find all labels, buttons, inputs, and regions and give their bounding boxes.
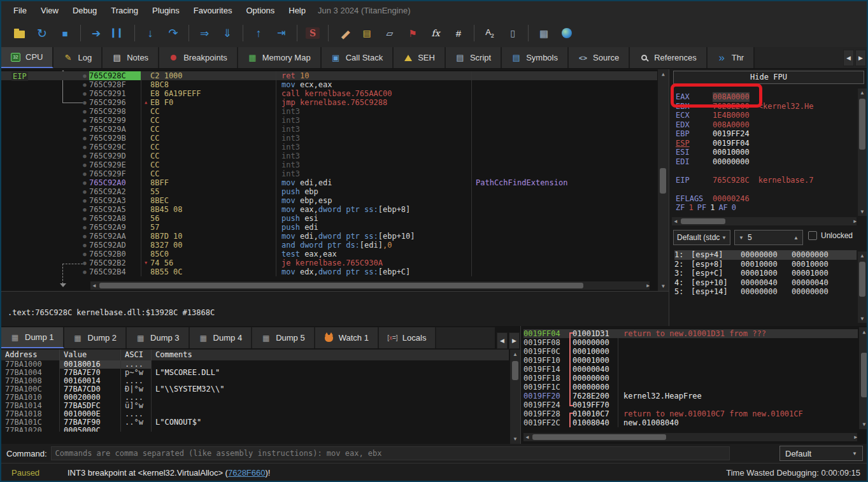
- tab-memory-map[interactable]: ▦Memory Map: [238, 47, 322, 68]
- breakpoint-dot-icon[interactable]: ●: [80, 98, 89, 107]
- disasm-row[interactable]: ●765C92B2▼74 56je kernelbase.765C930A: [1, 259, 657, 267]
- tab-dump-1[interactable]: ▦Dump 1: [1, 327, 64, 348]
- breakpoint-dot-icon[interactable]: ●: [80, 160, 89, 169]
- disasm-row[interactable]: ●765C92A08BFFmov edi,ediPathCchFindExten…: [1, 178, 657, 187]
- spinner-down-icon[interactable]: ▼: [739, 235, 744, 241]
- breakpoint-dot-icon[interactable]: ●: [80, 232, 89, 241]
- tab-source[interactable]: <>Source: [569, 47, 630, 68]
- stack-row[interactable]: 0019FF0C00010000: [523, 347, 858, 356]
- disasm-row[interactable]: ●765C92A58B45 08mov eax,dword ptr ss:[eb…: [1, 205, 657, 214]
- menu-favourites[interactable]: Favourites: [187, 3, 239, 18]
- disassembly-panel[interactable]: EIP ●765C928CC2 1000ret 10●765C928F8BC8m…: [1, 69, 669, 291]
- breakpoint-dot-icon[interactable]: ●: [80, 187, 89, 196]
- stop-icon[interactable]: ■: [57, 25, 73, 41]
- trace-over-icon[interactable]: ⇒: [196, 25, 213, 41]
- breakpoint-dot-icon[interactable]: ●: [80, 241, 89, 250]
- menu-plugins[interactable]: Plugins: [145, 3, 187, 18]
- breakpoint-dot-icon[interactable]: ●: [80, 89, 89, 98]
- breakpoint-dot-icon[interactable]: ●: [80, 169, 89, 178]
- disasm-row[interactable]: ●765C92AA8B7D 10mov edi,dword ptr ss:[eb…: [1, 232, 657, 241]
- breakpoint-dot-icon[interactable]: ●: [80, 134, 89, 143]
- breakpoint-dot-icon[interactable]: ●: [80, 205, 89, 214]
- stack-row[interactable]: 0019FF1C00000000: [523, 383, 858, 392]
- registers-list[interactable]: EAX008A0000EBX7628E200<kernel32.HeECX1E4…: [676, 92, 857, 213]
- disasm-row[interactable]: ●765C929CCCint3: [1, 143, 657, 152]
- stack-vscrollbar[interactable]: ▲ ▼: [859, 327, 868, 429]
- unlocked-checkbox[interactable]: [808, 231, 817, 240]
- step-into-icon[interactable]: ↓: [142, 25, 159, 41]
- breakpoint-dot-icon[interactable]: ●: [80, 250, 89, 259]
- tab-watch-1[interactable]: Watch 1: [315, 327, 379, 348]
- comments-icon[interactable]: ▤: [359, 25, 375, 41]
- patch-icon[interactable]: ▬: [336, 25, 352, 41]
- step-over-icon[interactable]: ↷: [165, 25, 181, 41]
- dump-tab-scroll-right[interactable]: ▶: [509, 332, 520, 349]
- dump-rows[interactable]: 77BA100000180016....77BA100477BA7E70p~°w…: [1, 360, 509, 436]
- tab-scroll-left[interactable]: ◀: [843, 50, 854, 66]
- tab-seh[interactable]: SEH: [394, 47, 446, 68]
- run-to-user-code-icon[interactable]: ⇥: [273, 25, 290, 41]
- fx-icon[interactable]: fx: [427, 25, 444, 41]
- bookmarks-icon[interactable]: ⚑: [404, 25, 421, 41]
- breakpoint-dot-icon[interactable]: ●: [80, 259, 89, 267]
- disasm-hscrollbar[interactable]: ◀ ▶: [90, 281, 650, 290]
- stepping-s-icon[interactable]: S: [304, 25, 321, 41]
- stack-row[interactable]: 0019FF1800000000: [523, 374, 858, 383]
- tab-call-stack[interactable]: ▣Call Stack: [322, 47, 394, 68]
- disasm-row[interactable]: ●765C929ACCint3: [1, 125, 657, 134]
- tab-dump-3[interactable]: ▦Dump 3: [127, 327, 190, 348]
- stack-row[interactable]: 0019FF207628E200kernel32.HeapFree: [523, 392, 858, 400]
- register-row[interactable]: ECX1E4B0000: [676, 111, 857, 120]
- disasm-row[interactable]: ●765C92AD8327 00and dword ptr ds:[edi],0: [1, 241, 657, 250]
- disasm-row[interactable]: ●765C92B085C0test eax,eax: [1, 250, 657, 259]
- breakpoint-dot-icon[interactable]: ●: [80, 116, 89, 125]
- register-row[interactable]: EDI00000000: [676, 157, 857, 167]
- dump-row[interactable]: 77BA101C77BA7F90..°wL"CONOUT$": [1, 418, 509, 427]
- tab-locals[interactable]: [x=]Locals: [379, 327, 437, 348]
- argument-row[interactable]: 1:[esp+4]0000000000000000: [674, 250, 857, 260]
- register-row[interactable]: ESP0019FF04: [676, 139, 857, 148]
- hide-fpu-button[interactable]: Hide FPU: [673, 71, 864, 84]
- breakpoint-dot-icon[interactable]: ●: [80, 71, 89, 80]
- tab-notes[interactable]: ▤Notes: [103, 47, 159, 68]
- register-row[interactable]: ESI00010000: [676, 148, 857, 157]
- labels-icon[interactable]: ▱: [381, 25, 398, 41]
- stack-row[interactable]: 0019FF1400000040: [523, 365, 858, 374]
- column-header-comments[interactable]: Comments: [152, 350, 509, 360]
- column-header-value[interactable]: Value: [60, 350, 121, 360]
- spinner-up-icon[interactable]: ▲: [793, 235, 799, 241]
- tab-script[interactable]: ▤Script: [446, 47, 502, 68]
- breakpoint-dot-icon[interactable]: ●: [80, 80, 89, 89]
- call-arguments-list[interactable]: 1:[esp+4]00000000000000002:[esp+8]000100…: [674, 250, 857, 297]
- registers-vscrollbar[interactable]: ▲ ▼: [858, 89, 867, 216]
- register-row[interactable]: EBX7628E200<kernel32.He: [676, 102, 857, 111]
- stack-hscrollbar[interactable]: ◀ ▶: [523, 433, 857, 441]
- stack-row[interactable]: 0019FF0401001D31return to new.01001D31 f…: [523, 329, 858, 338]
- argument-row[interactable]: 5:[esp+14]0000000000000000: [674, 287, 857, 297]
- breakpoint-dot-icon[interactable]: ●: [80, 107, 89, 116]
- globe-icon[interactable]: [559, 25, 575, 41]
- breakpoint-dot-icon[interactable]: ●: [80, 214, 89, 223]
- arg-count-spinner[interactable]: ▼ 5 ▲: [734, 230, 803, 245]
- argument-row[interactable]: 3:[esp+C]0000100000001000: [674, 269, 857, 278]
- disasm-row[interactable]: ●765C9291E8 6A19FEFFcall kernelbase.765A…: [1, 89, 657, 98]
- command-input[interactable]: [51, 446, 730, 460]
- tab-scroll-right[interactable]: ▶: [855, 50, 866, 66]
- register-row[interactable]: EAX008A0000: [676, 92, 857, 102]
- menu-options[interactable]: Options: [239, 3, 281, 18]
- stack-row[interactable]: 0019FF240019FF70: [523, 400, 858, 409]
- pause-icon[interactable]: ▎▎: [111, 25, 127, 41]
- disasm-row[interactable]: ●765C929FCCint3: [1, 169, 657, 178]
- disasm-row[interactable]: ●765C928CC2 1000ret 10: [1, 71, 657, 80]
- menu-tracing[interactable]: Tracing: [104, 3, 145, 18]
- disasm-row[interactable]: ●765C92A856push esi: [1, 214, 657, 223]
- stack-row[interactable]: 0019FF1000001000: [523, 356, 858, 365]
- breakpoint-dot-icon[interactable]: ●: [80, 143, 89, 152]
- stack-row[interactable]: 0019FF0800000000: [523, 338, 858, 347]
- tab-references[interactable]: References: [630, 47, 707, 68]
- tab-dump-5[interactable]: ▦Dump 5: [252, 327, 315, 348]
- menu-help[interactable]: Help: [281, 3, 313, 18]
- stack-row[interactable]: 0019FF28010010C7return to new.010010C7 f…: [523, 409, 858, 418]
- calling-convention-select[interactable]: Default (stdc▼: [673, 230, 730, 245]
- argument-row[interactable]: 2:[esp+8]0001000000010000: [674, 260, 857, 269]
